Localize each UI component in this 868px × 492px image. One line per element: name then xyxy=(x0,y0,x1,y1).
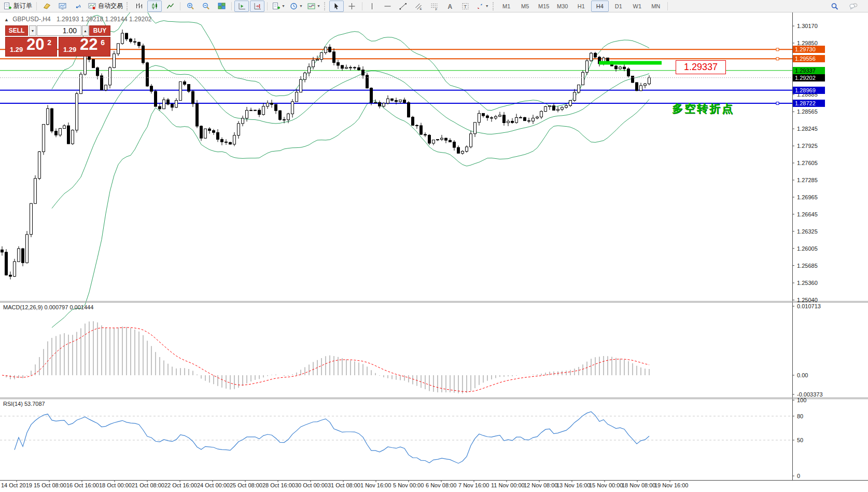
zoom-out-button[interactable] xyxy=(199,1,213,12)
bar-chart-button[interactable] xyxy=(132,1,146,12)
periods-button[interactable]: ▼ xyxy=(288,1,304,12)
sell-price-tile[interactable]: 1.29 20 2 xyxy=(5,37,57,57)
new-order-icon xyxy=(3,2,12,10)
horizontal-line-button[interactable] xyxy=(381,1,395,12)
svg-text:F: F xyxy=(436,7,438,10)
zoom-in-icon xyxy=(186,2,195,10)
toolbar-grip xyxy=(127,2,130,10)
chevron-down-icon: ▼ xyxy=(317,4,320,8)
indicators-button[interactable]: ▼ xyxy=(270,1,287,12)
toolbar-separator xyxy=(180,2,180,10)
chevron-down-icon: ▼ xyxy=(299,4,303,8)
auto-scroll-button[interactable] xyxy=(234,1,249,12)
timeframe-m30-button[interactable]: M30 xyxy=(554,1,571,12)
channel-button[interactable]: E xyxy=(412,1,426,12)
symbol-period-label: GBPUSD-,H4 xyxy=(12,16,50,23)
timeframe-h1-button[interactable]: H1 xyxy=(572,1,590,12)
search-button[interactable] xyxy=(827,1,842,12)
candlestick-chart-icon xyxy=(150,2,159,10)
auto-scroll-icon xyxy=(237,2,246,10)
fibonacci-button[interactable]: F xyxy=(427,1,442,12)
buy-price-sup: 6 xyxy=(101,38,105,47)
svg-text:E: E xyxy=(420,7,422,10)
market-watch-button[interactable] xyxy=(39,1,54,12)
svg-text:A: A xyxy=(448,3,453,10)
chart-window-icon xyxy=(58,2,67,10)
timeframe-w1-button[interactable]: W1 xyxy=(628,1,646,12)
text-label-icon: T xyxy=(461,2,470,10)
buy-price-tile[interactable]: 1.29 22 6 xyxy=(59,37,110,57)
toolbar-grip xyxy=(493,2,496,10)
sell-price-big: 20 xyxy=(26,35,44,54)
clock-icon xyxy=(289,2,298,10)
ohlc-values: 1.29193 1.29218 1.29144 1.29202 xyxy=(57,16,152,23)
autotrading-icon xyxy=(88,2,96,10)
volume-increment-button[interactable]: ▲ xyxy=(82,25,89,36)
templates-button[interactable]: ▼ xyxy=(305,1,322,12)
toolbar-separator xyxy=(362,2,362,10)
chart-window-button[interactable] xyxy=(55,1,69,12)
macd-label: MACD(12,26,9) 0.000797 0.001444 xyxy=(3,304,93,310)
rsi-label: RSI(14) 53.7087 xyxy=(3,401,45,407)
toolbar-grip xyxy=(324,2,327,10)
bar-chart-icon xyxy=(135,2,144,10)
vertical-line-button[interactable] xyxy=(365,1,380,12)
book-icon xyxy=(43,2,51,10)
arrows-button[interactable]: ▼ xyxy=(474,1,491,12)
tile-windows-button[interactable] xyxy=(214,1,229,12)
volume-decrement-button[interactable]: ▼ xyxy=(29,25,36,36)
timeframe-mn-button[interactable]: MN xyxy=(647,1,665,12)
volume-input[interactable] xyxy=(37,25,81,36)
horizontal-line-icon xyxy=(383,2,392,10)
svg-text:T: T xyxy=(464,4,467,9)
vertical-line-icon xyxy=(368,2,376,10)
chat-icon xyxy=(849,2,859,10)
chart-shift-icon xyxy=(253,2,262,10)
channel-icon: E xyxy=(414,2,423,10)
candlestick-chart-button[interactable] xyxy=(147,1,162,12)
line-chart-button[interactable] xyxy=(163,1,177,12)
buy-price-small: 1.29 xyxy=(63,46,76,53)
timeframe-m15-button[interactable]: M15 xyxy=(535,1,553,12)
timeframe-h4-button[interactable]: H4 xyxy=(591,1,609,12)
buy-button[interactable]: BUY xyxy=(89,25,110,36)
signal-button[interactable] xyxy=(71,1,85,12)
search-icon xyxy=(830,2,839,10)
timeframe-d1-button[interactable]: D1 xyxy=(610,1,627,12)
template-icon xyxy=(307,2,316,10)
buy-price-big: 22 xyxy=(80,35,97,54)
toolbar-separator xyxy=(667,2,668,10)
text-icon: A xyxy=(445,2,454,10)
crosshair-button[interactable] xyxy=(345,1,359,12)
toolbar-separator xyxy=(231,2,232,10)
timeframe-m1-button[interactable]: M1 xyxy=(498,1,515,12)
collapse-panel-icon[interactable]: ▲ xyxy=(4,17,9,22)
chart-canvas[interactable] xyxy=(0,0,868,492)
chat-button[interactable] xyxy=(846,1,861,12)
trendline-button[interactable] xyxy=(396,1,411,12)
cursor-button[interactable] xyxy=(329,1,344,12)
text-button[interactable]: A xyxy=(443,1,457,12)
new-order-label: 新订单 xyxy=(13,2,32,10)
chart-shift-button[interactable] xyxy=(250,1,264,12)
chart-header: ▲ GBPUSD-,H4 1.29193 1.29218 1.29144 1.2… xyxy=(4,16,151,23)
sell-button[interactable]: SELL xyxy=(5,25,28,36)
signal-icon xyxy=(74,2,82,10)
sell-price-sup: 2 xyxy=(47,38,51,47)
turning-point-annotation[interactable]: 多空转折点 xyxy=(672,101,734,116)
new-order-button[interactable]: 新订单 xyxy=(2,1,34,12)
indicators-add-icon xyxy=(272,2,281,10)
price-annotation-box[interactable]: 1.29337 xyxy=(676,60,726,74)
toolbar-separator xyxy=(267,2,268,10)
zoom-in-button[interactable] xyxy=(183,1,198,12)
cursor-icon xyxy=(332,2,341,10)
sell-price-small: 1.29 xyxy=(10,46,23,53)
main-toolbar: 新订单 自动交易 ▼ ▼ xyxy=(0,0,868,12)
chevron-down-icon: ▼ xyxy=(485,4,489,8)
timeframe-m5-button[interactable]: M5 xyxy=(516,1,534,12)
zoom-out-icon xyxy=(202,2,211,10)
autotrading-label: 自动交易 xyxy=(98,2,123,10)
text-label-button[interactable]: T xyxy=(458,1,473,12)
arrows-icon xyxy=(475,2,484,10)
autotrading-button[interactable]: 自动交易 xyxy=(86,1,124,12)
